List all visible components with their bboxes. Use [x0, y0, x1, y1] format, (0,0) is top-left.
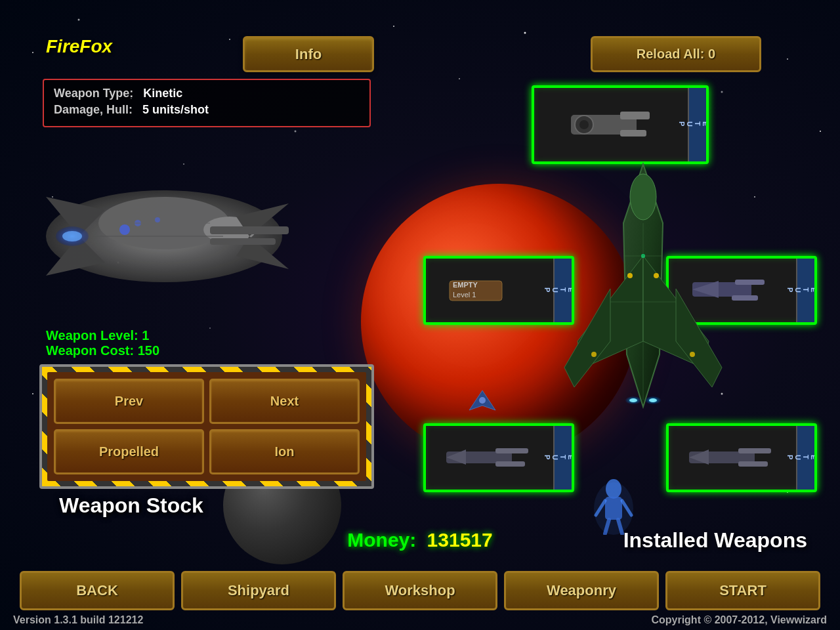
svg-point-74: [629, 398, 637, 402]
svg-point-75: [649, 398, 657, 402]
fighter-left-svg: [459, 387, 505, 420]
money-display: Money: 131517: [347, 529, 492, 551]
svg-rect-48: [620, 130, 646, 136]
main-ship-display: [558, 158, 728, 433]
ion-button[interactable]: Ion: [209, 429, 360, 474]
reload-all-button[interactable]: Reload All: 0: [591, 36, 761, 72]
svg-point-77: [654, 273, 659, 278]
weapon-damage-value: 5 units/shot: [142, 103, 209, 116]
money-label: Money:: [347, 529, 416, 551]
version-text: Version 1.3.1 build 121212: [13, 614, 143, 626]
svg-rect-47: [620, 112, 650, 119]
svg-point-50: [579, 120, 589, 129]
installed-weapons-label: Installed Weapons: [623, 528, 807, 553]
weapon-stock-label: Weapon Stock: [59, 494, 203, 518]
ship-name: FireFox: [46, 36, 112, 57]
svg-point-76: [627, 273, 633, 278]
copyright-text: Copyright © 2007-2012, Viewwizard: [651, 614, 827, 626]
svg-marker-69: [564, 289, 610, 387]
weapon-slot-bot-right[interactable]: SETUP: [666, 423, 817, 492]
shipyard-button[interactable]: Shipyard: [181, 571, 336, 610]
back-button[interactable]: BACK: [20, 571, 175, 610]
svg-point-79: [591, 352, 597, 357]
svg-point-92: [594, 482, 633, 535]
money-value: 131517: [427, 529, 493, 551]
propelled-button[interactable]: Propelled: [54, 429, 204, 474]
svg-marker-70: [676, 289, 722, 387]
setup-tab-mid-right[interactable]: SETUP: [796, 259, 814, 322]
svg-point-71: [630, 174, 656, 220]
svg-rect-37: [210, 226, 289, 234]
svg-rect-60: [495, 461, 525, 467]
setup-tab-bot-left[interactable]: SETUP: [553, 426, 572, 490]
svg-rect-63: [738, 448, 771, 453]
svg-rect-56: [732, 295, 758, 301]
info-button[interactable]: Info: [243, 36, 374, 72]
weapon-mid-left-icon: EMPTY Level 1: [446, 268, 532, 314]
ship-display-area: [13, 131, 315, 341]
weaponry-button[interactable]: Weaponry: [504, 571, 659, 610]
weapon-damage-line: Damage, Hull: 5 units/shot: [54, 103, 360, 117]
weapon-bot-left-icon: [443, 435, 535, 481]
glowing-figure: [591, 476, 637, 535]
setup-tab-bot-right[interactable]: SETUP: [796, 426, 814, 490]
svg-rect-38: [210, 238, 276, 245]
weapon-stock-panel: Prev Next Propelled Ion: [39, 364, 374, 489]
weapon-slot-top[interactable]: SETUP: [532, 85, 709, 164]
weapon-bot-right-icon: [686, 435, 778, 481]
ship-image: [26, 144, 302, 328]
main-ship-svg: [558, 158, 728, 433]
weapon-level: Weapon Level: 1: [46, 328, 159, 343]
svg-point-85: [479, 397, 486, 404]
setup-tab-top[interactable]: SETUP: [688, 88, 706, 161]
start-button[interactable]: START: [665, 571, 820, 610]
weapon-type-line: Weapon Type: Kinetic: [54, 87, 360, 100]
svg-point-40: [62, 231, 82, 242]
weapon-damage-label: Damage, Hull:: [54, 103, 133, 116]
weapon-info-panel: Weapon Type: Kinetic Damage, Hull: 5 uni…: [43, 79, 371, 127]
glowing-figure-svg: [591, 476, 637, 535]
weapon-top-icon: [564, 98, 656, 151]
svg-point-43: [155, 217, 160, 222]
weapon-cost: Weapon Cost: 150: [46, 343, 159, 358]
svg-text:EMPTY: EMPTY: [453, 281, 478, 289]
svg-point-41: [119, 224, 130, 235]
svg-rect-55: [735, 280, 765, 285]
prev-button[interactable]: Prev: [54, 379, 204, 424]
svg-text:Level 1: Level 1: [453, 291, 476, 299]
svg-rect-59: [495, 448, 528, 453]
weapon-stats-panel: Weapon Level: 1 Weapon Cost: 150: [46, 328, 159, 358]
svg-rect-64: [738, 461, 768, 467]
workshop-button[interactable]: Workshop: [343, 571, 497, 610]
weapon-stock-inner: Prev Next Propelled Ion: [47, 372, 366, 481]
weapon-slot-mid-left[interactable]: EMPTY Level 1 SETUP: [423, 256, 574, 325]
bottom-nav: BACK Shipyard Workshop Weaponry START: [0, 571, 840, 610]
svg-point-80: [690, 352, 695, 357]
fighter-left: [459, 387, 505, 420]
next-button[interactable]: Next: [209, 379, 360, 424]
weapon-type-label: Weapon Type:: [54, 87, 133, 100]
weapon-type-value: Kinetic: [143, 87, 182, 100]
weapon-slot-bot-left[interactable]: SETUP: [423, 423, 574, 492]
